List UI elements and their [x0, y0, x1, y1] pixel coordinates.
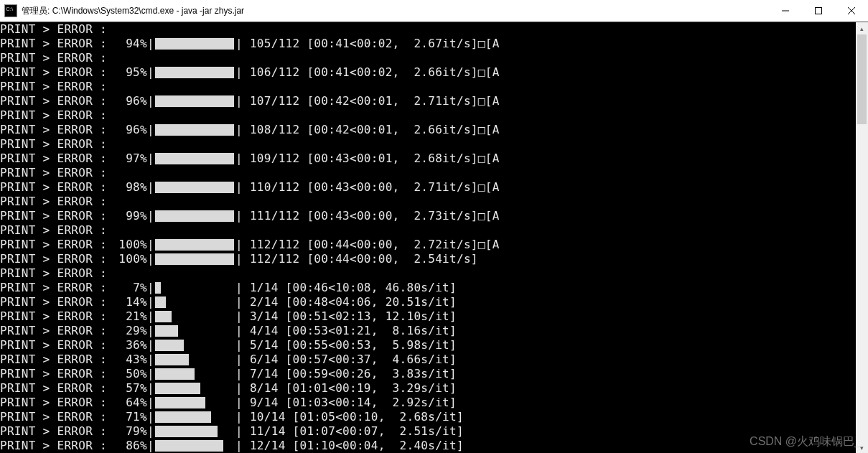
bar-delim: | — [147, 324, 154, 338]
progress-bar-fill — [155, 153, 234, 164]
minimize-button[interactable] — [769, 0, 802, 22]
bar-delim: | — [147, 238, 154, 252]
bar-delim: | — [235, 94, 243, 108]
progress-percent: 21% — [107, 309, 147, 324]
line-prefix: PRINT > ERROR : — [0, 381, 107, 396]
progress-bar — [155, 210, 234, 222]
terminal-line: PRINT > ERROR : — [0, 80, 868, 94]
progress-percent: 96% — [107, 123, 147, 137]
progress-bar-fill — [155, 311, 172, 322]
close-button[interactable] — [835, 0, 868, 22]
progress-bar — [155, 124, 234, 136]
terminal-line: PRINT > ERROR :79%|| 11/14 [01:07<00:07,… — [0, 424, 868, 439]
bar-delim: | — [147, 367, 154, 381]
maximize-button[interactable] — [802, 0, 835, 22]
progress-percent: 64% — [107, 396, 147, 410]
progress-bar — [155, 411, 234, 423]
terminal-line: PRINT > ERROR : — [0, 51, 868, 65]
bar-delim: | — [235, 209, 243, 223]
terminal-line: PRINT > ERROR : — [0, 22, 868, 37]
bar-delim: | — [147, 410, 154, 424]
progress-bar — [155, 440, 234, 452]
line-prefix: PRINT > ERROR : — [0, 238, 107, 252]
progress-percent: 50% — [107, 367, 147, 381]
bar-delim: | — [147, 396, 154, 410]
line-prefix: PRINT > ERROR : — [0, 37, 107, 51]
progress-bar-fill — [155, 411, 211, 423]
escape-tail: □[A — [478, 238, 500, 252]
terminal-line: PRINT > ERROR :57%|| 8/14 [01:01<00:19, … — [0, 381, 868, 396]
bar-delim: | — [235, 424, 243, 439]
terminal-line: PRINT > ERROR :98%|| 110/112 [00:43<00:0… — [0, 180, 868, 195]
progress-bar — [155, 182, 234, 193]
bar-delim: | — [235, 295, 243, 309]
terminal-line: PRINT > ERROR :96%|| 108/112 [00:42<00:0… — [0, 123, 868, 137]
progress-bar-fill — [155, 296, 166, 308]
line-prefix: PRINT > ERROR : — [0, 424, 107, 439]
scroll-up-button[interactable]: ▴ — [856, 22, 868, 34]
bar-delim: | — [235, 352, 243, 367]
progress-percent: 79% — [107, 424, 147, 439]
bar-delim: | — [235, 37, 243, 51]
terminal-line: PRINT > ERROR : — [0, 137, 868, 151]
bar-delim: | — [147, 439, 154, 453]
progress-bar — [155, 38, 234, 50]
progress-stats: 7/14 [00:59<00:26, 3.83s/it] — [243, 367, 457, 381]
bar-delim: | — [235, 180, 243, 195]
line-prefix: PRINT > ERROR : — [0, 396, 107, 410]
line-prefix: PRINT > ERROR : — [0, 410, 107, 424]
terminal-output[interactable]: PRINT > ERROR :PRINT > ERROR :94%|| 105/… — [0, 22, 868, 453]
scroll-track[interactable] — [856, 34, 868, 442]
line-prefix: PRINT > ERROR : — [0, 151, 107, 166]
progress-percent: 43% — [107, 352, 147, 367]
progress-percent: 95% — [107, 65, 147, 80]
bar-delim: | — [235, 65, 243, 80]
progress-bar-fill — [155, 440, 223, 452]
terminal-line: PRINT > ERROR :43%|| 6/14 [00:57<00:37, … — [0, 352, 868, 367]
progress-percent: 97% — [107, 151, 147, 166]
progress-stats: 111/112 [00:43<00:00, 2.73it/s] — [243, 209, 478, 223]
bar-delim: | — [235, 381, 243, 396]
terminal-line: PRINT > ERROR :50%|| 7/14 [00:59<00:26, … — [0, 367, 868, 381]
progress-percent: 29% — [107, 324, 147, 338]
progress-percent: 98% — [107, 180, 147, 195]
line-prefix: PRINT > ERROR : — [0, 338, 107, 352]
escape-tail: □[A — [478, 151, 500, 166]
escape-tail: □[A — [478, 180, 500, 195]
line-prefix: PRINT > ERROR : — [0, 266, 107, 281]
progress-bar-fill — [155, 397, 205, 408]
terminal-line: PRINT > ERROR :100%|| 112/112 [00:44<00:… — [0, 252, 868, 266]
progress-stats: 11/14 [01:07<00:07, 2.51s/it] — [243, 424, 464, 439]
escape-tail: □[A — [478, 123, 500, 137]
progress-percent: 14% — [107, 295, 147, 309]
bar-delim: | — [235, 123, 243, 137]
bar-delim: | — [147, 37, 154, 51]
progress-stats: 112/112 [00:44<00:00, 2.72it/s] — [243, 238, 478, 252]
progress-bar — [155, 95, 234, 107]
progress-bar — [155, 397, 234, 408]
progress-percent: 86% — [107, 439, 147, 453]
terminal-line: PRINT > ERROR :95%|| 106/112 [00:41<00:0… — [0, 65, 868, 80]
terminal-line: PRINT > ERROR :29%|| 4/14 [00:53<01:21, … — [0, 324, 868, 338]
vertical-scrollbar[interactable]: ▴ ▾ — [856, 22, 868, 453]
line-prefix: PRINT > ERROR : — [0, 252, 107, 266]
bar-delim: | — [235, 238, 243, 252]
line-prefix: PRINT > ERROR : — [0, 195, 107, 209]
scroll-thumb[interactable] — [857, 34, 867, 124]
bar-delim: | — [147, 338, 154, 352]
progress-percent: 96% — [107, 94, 147, 108]
scroll-down-button[interactable]: ▾ — [856, 442, 868, 453]
bar-delim: | — [147, 209, 154, 223]
progress-stats: 108/112 [00:42<00:01, 2.66it/s] — [243, 123, 478, 137]
progress-bar-fill — [155, 253, 234, 265]
terminal-line: PRINT > ERROR : — [0, 166, 868, 180]
progress-percent: 100% — [107, 252, 147, 266]
progress-stats: 110/112 [00:43<00:00, 2.71it/s] — [243, 180, 478, 195]
progress-percent: 99% — [107, 209, 147, 223]
line-prefix: PRINT > ERROR : — [0, 137, 107, 151]
progress-stats: 1/14 [00:46<10:08, 46.80s/it] — [243, 281, 457, 295]
line-prefix: PRINT > ERROR : — [0, 180, 107, 195]
progress-stats: 109/112 [00:43<00:01, 2.68it/s] — [243, 151, 478, 166]
progress-stats: 107/112 [00:42<00:01, 2.71it/s] — [243, 94, 478, 108]
bar-delim: | — [147, 295, 154, 309]
